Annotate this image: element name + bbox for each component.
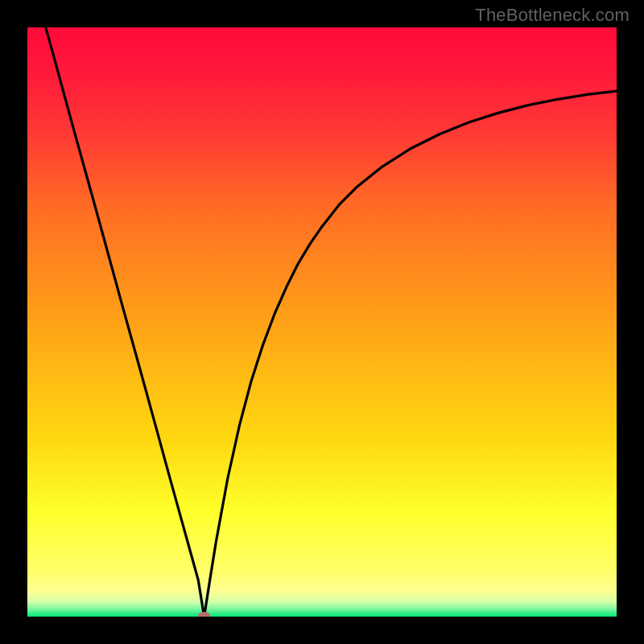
chart-frame: TheBottleneck.com bbox=[0, 0, 644, 644]
chart-background bbox=[27, 27, 617, 617]
chart-plot bbox=[27, 27, 617, 617]
watermark-text: TheBottleneck.com bbox=[475, 5, 630, 26]
